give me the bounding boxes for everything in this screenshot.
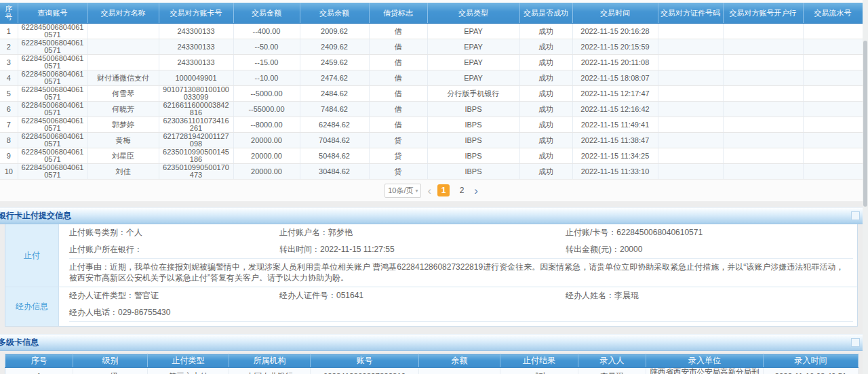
table-cell (87, 39, 159, 55)
table-cell: 中国农业银行 (229, 368, 311, 374)
table-cell: 刘佳 (87, 164, 159, 180)
column-header: 所属机构 (229, 354, 311, 368)
table-cell: 6228412860827322819 (311, 368, 419, 374)
page-2-button[interactable]: 2 (456, 184, 468, 196)
multi-card-section: 序号级别止付类型所属机构账号余额止付结果录入人录入单位录入时间 1一级第三方止付… (5, 354, 858, 374)
table-cell: 2474.62 (300, 70, 369, 86)
table-row[interactable]: 56228450068040610571何雪琴90107130801001000… (0, 86, 863, 102)
table-cell: 6235010990500170473 (159, 164, 233, 180)
table-cell: 6228450068040610571 (18, 148, 87, 164)
transactions-section: 序号查询账号交易对方名称交易对方账卡号交易金额交易余额借贷标志交易类型交易是否成… (0, 0, 863, 201)
table-cell: 6230361101073416261 (159, 117, 233, 133)
table-cell: 243300133 (159, 24, 233, 39)
table-row[interactable]: 86228450068040610571黄梅621728194200112709… (0, 133, 863, 148)
table-cell: 李晨琨 (578, 368, 646, 374)
table-cell: 6228450068040610571 (18, 86, 87, 102)
chevron-down-icon: ▾ (415, 188, 418, 194)
table-row[interactable]: 16228450068040610571243300133--400.00200… (0, 24, 863, 39)
column-header: 借贷标志 (369, 3, 427, 24)
field-agent-phone: 经办人电话：029-86755430 (69, 307, 279, 318)
table-cell: 6 (0, 102, 18, 117)
table-row[interactable]: 36228450068040610571243300133--15.002459… (0, 55, 863, 70)
column-header: 交易对方账卡号 (159, 3, 233, 24)
table-cell: 借 (369, 117, 427, 133)
table-cell (723, 86, 803, 102)
collapse-icon[interactable] (851, 211, 860, 220)
table-cell: 20000.00 (233, 164, 300, 180)
table-cell: EPAY (427, 55, 519, 70)
table-cell: 财付通微信支付 (87, 70, 159, 86)
field-row: 止付账号类别：个人 止付账户名：郭梦艳 止付账/卡号：6228450068040… (69, 224, 857, 241)
table-cell: 243300133 (159, 55, 233, 70)
table-row[interactable]: 1一级第三方止付中国农业银行6228412860827322819成功李晨琨陕西… (5, 368, 859, 374)
table-cell: 70484.62 (300, 133, 369, 148)
table-cell: 成功 (519, 55, 572, 70)
table-cell: 贷 (369, 164, 427, 180)
column-header: 录入时间 (764, 354, 859, 368)
table-cell (723, 70, 803, 86)
transactions-header-row: 序号查询账号交易对方名称交易对方账卡号交易金额交易余额借贷标志交易类型交易是否成… (0, 3, 863, 24)
page-1-button[interactable]: 1 (437, 184, 450, 196)
table-row[interactable]: 66228450068040610571何晓芳62166116000038428… (0, 102, 863, 117)
multi-card-header-row: 序号级别止付类型所属机构账号余额止付结果录入人录入单位录入时间 (5, 354, 859, 368)
pagination: 10条/页 ▾ ‹ 1 2 › (0, 180, 863, 201)
table-cell (658, 164, 723, 180)
table-cell: 6228450068040610571 (18, 55, 87, 70)
table-cell: IBPS (427, 164, 519, 180)
page-size-label: 10条/页 (388, 186, 413, 196)
table-cell: 借 (369, 70, 427, 86)
table-cell: 成功 (519, 86, 572, 102)
table-cell: 分行版手机银行 (427, 86, 519, 102)
table-row[interactable]: 76228450068040610571郭梦婷62303611010734162… (0, 117, 863, 133)
page-size-select[interactable]: 10条/页 ▾ (384, 184, 421, 198)
table-cell (723, 133, 803, 148)
transactions-body: 16228450068040610571243300133--400.00200… (0, 24, 863, 180)
table-cell (658, 70, 723, 86)
table-cell: 2022-11-15 12:16:42 (572, 102, 658, 117)
column-header: 止付类型 (148, 354, 229, 368)
table-cell: 借 (369, 102, 427, 117)
table-cell: 2 (0, 39, 18, 55)
multi-card-table: 序号级别止付类型所属机构账号余额止付结果录入人录入单位录入时间 1一级第三方止付… (5, 354, 859, 374)
table-row[interactable]: 26228450068040610571243300133--50.002409… (0, 39, 863, 55)
stop-group-label: 止付 (5, 224, 59, 287)
column-header: 交易对方名称 (87, 3, 159, 24)
stop-group-row: 止付 止付账号类别：个人 止付账户名：郭梦艳 止付账/卡号：6228450068… (5, 224, 857, 287)
scrollbar-thumb[interactable] (863, 41, 867, 207)
table-cell: 成功 (519, 148, 572, 164)
table-cell (658, 39, 723, 55)
table-row[interactable]: 106228450068040610571刘佳62350109905001704… (0, 164, 863, 180)
table-cell: 何雪琴 (87, 86, 159, 102)
table-row[interactable]: 96228450068040610571刘星臣62350109905001451… (0, 148, 863, 164)
table-cell: 10 (0, 164, 18, 180)
vertical-scrollbar[interactable] (863, 0, 868, 374)
collapse-icon[interactable] (851, 338, 860, 347)
field-agent-cert-type: 经办人证件类型：警官证 (69, 290, 279, 302)
table-row[interactable]: 46228450068040610571财付通微信支付1000049901--1… (0, 70, 863, 86)
next-page-button[interactable]: › (474, 185, 478, 196)
table-cell: 6228450068040610571 (18, 24, 87, 39)
field-row: 止付账户所在银行： 转出时间：2022-11-15 11:27:55 转出金额(… (69, 241, 857, 258)
table-cell: 2022-11-15 12:17:47 (572, 86, 658, 102)
table-cell (658, 24, 723, 39)
column-header: 交易是否成功 (519, 3, 572, 24)
table-cell: 第三方止付 (148, 368, 229, 374)
table-cell: 6228450068040610571 (18, 133, 87, 148)
column-header: 交易对方账号开户行 (723, 3, 803, 24)
table-cell: 黄梅 (87, 133, 159, 148)
table-cell: 2484.62 (300, 86, 369, 102)
table-cell: 6217281942001127098 (159, 133, 233, 148)
table-cell: 9010713080100100033099 (159, 86, 233, 102)
table-cell (803, 39, 863, 55)
field-stop-account-type: 止付账号类别：个人 (69, 227, 279, 238)
table-cell: 4 (0, 70, 18, 86)
prev-page-button[interactable]: ‹ (427, 185, 431, 196)
table-cell (723, 148, 803, 164)
column-header: 序号 (0, 3, 18, 24)
field-transfer-time: 转出时间：2022-11-15 11:27:55 (279, 244, 566, 255)
table-cell: 成功 (519, 133, 572, 148)
multi-card-body: 1一级第三方止付中国农业银行6228412860827322819成功李晨琨陕西… (5, 368, 859, 374)
column-header: 录入人 (578, 354, 646, 368)
table-cell: 贷 (369, 133, 427, 148)
table-cell: 2022-11-15 20:16:28 (572, 24, 658, 39)
